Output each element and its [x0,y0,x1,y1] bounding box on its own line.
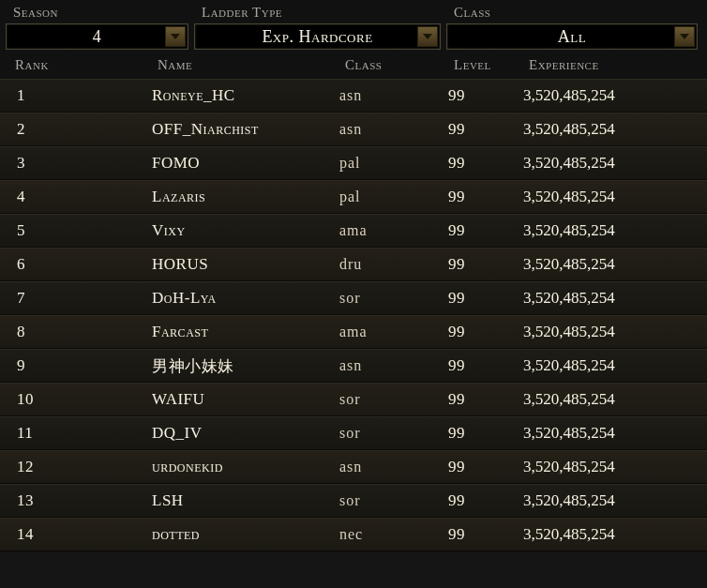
table-row[interactable]: 13LSHsor993,520,485,254 [0,484,707,518]
cell-level: 99 [448,154,523,173]
cell-experience: 3,520,485,254 [523,221,688,240]
cell-class: sor [339,391,448,408]
cell-level: 99 [448,255,523,274]
cell-rank: 12 [0,458,152,476]
cell-class: pal [339,188,448,205]
cell-class: pal [339,155,448,172]
cell-experience: 3,520,485,254 [523,120,688,139]
cell-level: 99 [448,390,523,409]
cell-name: LSH [152,491,339,510]
class-filter-label: Class [446,4,698,23]
cell-level: 99 [448,289,523,308]
cell-name: Farcast [152,323,339,341]
cell-class: ama [339,222,448,239]
cell-level: 99 [448,458,523,476]
header-experience: Experience [529,57,694,73]
cell-class: sor [339,492,448,509]
cell-level: 99 [448,424,523,443]
header-name: Name [158,57,345,73]
class-dropdown-value: All [447,27,697,47]
cell-name: HORUS [152,255,339,274]
ladder-type-label: Ladder Type [194,4,441,23]
table-row[interactable]: 9男神小妹妹asn993,520,485,254 [0,349,707,383]
cell-rank: 14 [0,525,152,544]
cell-name: FOMO [152,154,339,173]
cell-name: dotted [152,525,339,544]
chevron-down-icon [165,26,186,47]
cell-name: OFF_Niarchist [152,120,339,139]
table-row[interactable]: 4Lazarispal993,520,485,254 [0,180,707,214]
table-row[interactable]: 11DQ_IVsor993,520,485,254 [0,416,707,450]
cell-rank: 8 [0,323,152,341]
ladder-panel: Season 4 Ladder Type Exp. Hardcore Class… [0,0,707,588]
cell-class: ama [339,324,448,340]
table-row[interactable]: 3FOMOpal993,520,485,254 [0,146,707,180]
header-rank: Rank [6,57,158,73]
table-row[interactable]: 10WAIFUsor993,520,485,254 [0,383,707,416]
table-row[interactable]: 8Farcastama993,520,485,254 [0,315,707,349]
cell-class: asn [339,121,448,138]
cell-experience: 3,520,485,254 [523,491,688,510]
cell-experience: 3,520,485,254 [523,255,688,274]
chevron-down-icon [674,26,695,47]
table-body: 1Roneye_HCasn993,520,485,2542OFF_Niarchi… [0,79,707,551]
cell-rank: 7 [0,289,152,308]
cell-name: Vixy [152,221,339,240]
cell-rank: 4 [0,188,152,206]
cell-name: Roneye_HC [152,86,339,105]
table-row[interactable]: 1Roneye_HCasn993,520,485,254 [0,79,707,113]
class-dropdown[interactable]: All [446,23,698,50]
table-row[interactable]: 12urdonekidasn993,520,485,254 [0,450,707,484]
cell-experience: 3,520,485,254 [523,356,688,375]
cell-rank: 9 [0,356,152,375]
cell-rank: 1 [0,86,152,105]
ladder-type-filter-group: Ladder Type Exp. Hardcore [194,4,441,50]
class-filter-group: Class All [446,4,698,50]
chevron-down-icon [417,26,438,47]
cell-level: 99 [448,120,523,139]
cell-name: DoH-Lya [152,289,339,308]
cell-rank: 13 [0,491,152,510]
cell-experience: 3,520,485,254 [523,289,688,308]
header-class: Class [345,57,454,73]
cell-rank: 3 [0,154,152,173]
table-header-row: Rank Name Class Level Experience [0,53,707,79]
table-row[interactable]: 7DoH-Lyasor993,520,485,254 [0,281,707,315]
cell-name: Lazaris [152,188,339,206]
ladder-type-dropdown-value: Exp. Hardcore [195,27,440,47]
cell-name: DQ_IV [152,424,339,443]
table-row[interactable]: 5Vixyama993,520,485,254 [0,214,707,248]
cell-class: nec [339,526,448,543]
cell-class: asn [339,87,448,104]
season-dropdown-value: 4 [7,27,188,47]
cell-class: dru [339,256,448,273]
ladder-type-dropdown[interactable]: Exp. Hardcore [194,23,441,50]
cell-class: sor [339,425,448,442]
cell-level: 99 [448,491,523,510]
cell-experience: 3,520,485,254 [523,188,688,206]
cell-class: asn [339,357,448,374]
cell-level: 99 [448,221,523,240]
table-row[interactable]: 6HORUSdru993,520,485,254 [0,248,707,281]
cell-rank: 2 [0,120,152,139]
header-level: Level [454,57,529,73]
cell-level: 99 [448,86,523,105]
cell-class: asn [339,459,448,475]
cell-level: 99 [448,323,523,341]
cell-experience: 3,520,485,254 [523,323,688,341]
table-row[interactable]: 14dottednec993,520,485,254 [0,518,707,551]
cell-name: 男神小妹妹 [152,355,339,377]
cell-rank: 6 [0,255,152,274]
table-row[interactable]: 2OFF_Niarchistasn993,520,485,254 [0,113,707,146]
cell-name: WAIFU [152,390,339,409]
cell-experience: 3,520,485,254 [523,390,688,409]
season-dropdown[interactable]: 4 [6,23,188,50]
cell-experience: 3,520,485,254 [523,154,688,173]
cell-experience: 3,520,485,254 [523,458,688,476]
cell-experience: 3,520,485,254 [523,86,688,105]
season-label: Season [6,4,188,23]
cell-level: 99 [448,356,523,375]
cell-rank: 11 [0,424,152,443]
cell-rank: 5 [0,221,152,240]
cell-rank: 10 [0,390,152,409]
